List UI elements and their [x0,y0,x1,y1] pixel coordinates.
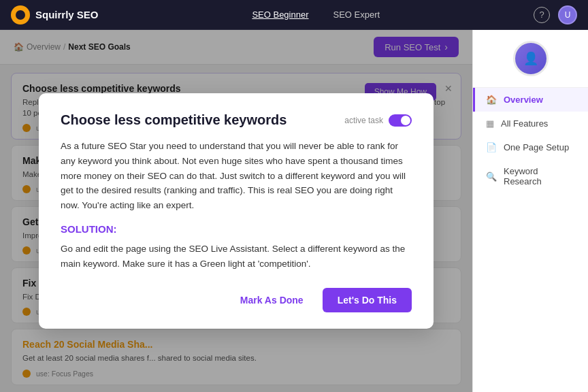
sidebar-avatar-area: 👤 [473,30,588,88]
main-layout: 🏠 Overview / Next SEO Goals Run SEO Test… [0,30,588,392]
modal-body: As a future SEO Star you need to underst… [61,139,412,212]
modal-active-task: active task [344,114,412,127]
sidebar-label-all-features: All Features [501,118,548,129]
sidebar-label-keyword-research: Keyword Research [504,166,577,186]
navbar-center: SEO Beginner SEO Expert [246,7,385,22]
sidebar-item-one-page-setup[interactable]: 📄 One Page Setup [473,135,588,159]
sidebar-item-keyword-research[interactable]: 🔍 Keyword Research [473,159,588,193]
navbar-right: ? U [534,5,577,24]
modal-overlay[interactable]: Choose less competitive keywords active … [0,30,472,392]
mark-done-button[interactable]: Mark As Done [229,289,314,311]
sidebar-avatar[interactable]: 👤 [513,41,549,76]
sidebar-label-overview: Overview [504,95,543,105]
search-icon: 🔍 [486,172,497,182]
modal-solution-label: SOLUTION: [61,223,412,235]
page-icon: 📄 [486,142,497,152]
logo-inner [16,10,25,20]
navbar: Squirrly SEO SEO Beginner SEO Expert ? U [0,0,588,30]
sidebar-item-overview[interactable]: 🏠 Overview [473,88,588,112]
sidebar-label-one-page-setup: One Page Setup [504,142,569,152]
sidebar: 👤 🏠 Overview ▦ All Features 📄 One Page S… [472,30,588,392]
home-icon: 🏠 [486,95,497,105]
navbar-left: Squirrly SEO [11,5,99,24]
modal-solution-text: Go and edit the page using the SEO Live … [61,242,412,271]
help-button[interactable]: ? [534,7,550,23]
lets-do-button[interactable]: Let's Do This [323,288,412,312]
sidebar-nav: 🏠 Overview ▦ All Features 📄 One Page Set… [473,88,588,392]
nav-seo-beginner[interactable]: SEO Beginner [246,7,314,22]
sidebar-item-all-features[interactable]: ▦ All Features [473,112,588,135]
toggle-knob [401,116,410,125]
modal-header: Choose less competitive keywords active … [61,112,412,128]
app-title: Squirrly SEO [35,9,99,20]
nav-seo-expert[interactable]: SEO Expert [328,7,386,22]
modal-title: Choose less competitive keywords [61,112,287,128]
logo-icon [11,5,30,24]
active-task-label: active task [344,116,383,125]
active-task-toggle[interactable] [389,114,412,127]
avatar[interactable]: U [558,5,577,24]
content-area: 🏠 Overview / Next SEO Goals Run SEO Test… [0,30,472,392]
grid-icon: ▦ [486,118,494,129]
modal: Choose less competitive keywords active … [39,93,434,328]
modal-footer: Mark As Done Let's Do This [61,288,412,312]
